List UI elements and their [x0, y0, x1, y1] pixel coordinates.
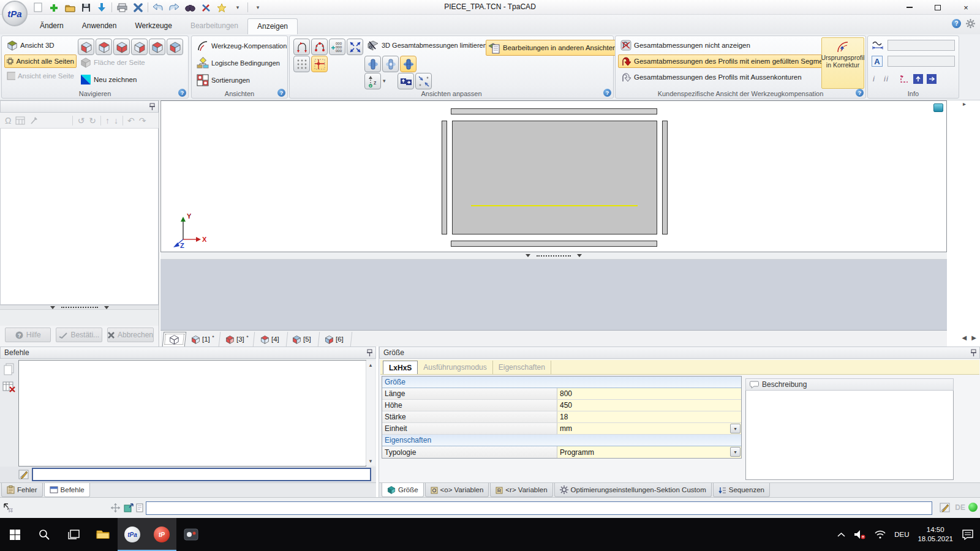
favorites-star-button[interactable]: [216, 1, 228, 13]
scroll-up-icon[interactable]: ▴: [369, 362, 372, 368]
bearbeitungen-andere-ansichten-button[interactable]: Bearbeitungen in anderen Ansichten: [486, 40, 619, 56]
befehle-list[interactable]: [18, 360, 366, 467]
arrow-up-box-icon[interactable]: [913, 74, 923, 84]
corner-measure-icon[interactable]: [900, 74, 910, 83]
tpacad-taskbar-button[interactable]: tPa: [118, 518, 147, 551]
section-yz-button[interactable]: [400, 56, 417, 72]
section-xz-button[interactable]: [382, 56, 399, 72]
ansicht-alle-seiten-button[interactable]: Ansicht alle Seiten: [4, 54, 77, 68]
table-grid-icon[interactable]: [15, 116, 25, 125]
einheit-value[interactable]: mm: [557, 423, 741, 434]
search-binoculars-button[interactable]: [184, 1, 196, 13]
grid-points-button[interactable]: [293, 56, 310, 72]
media-app-taskbar-button[interactable]: [176, 518, 206, 551]
new-file-button[interactable]: [32, 1, 44, 13]
left-panel-splitter[interactable]: [0, 305, 159, 310]
neu-zeichnen-button[interactable]: Neu zeichnen: [78, 73, 139, 86]
drawing-canvas[interactable]: Y X Z: [160, 100, 947, 252]
einheit-dropdown[interactable]: ▾: [730, 424, 741, 433]
tab-eigenschaften[interactable]: Eigenschaften: [493, 361, 551, 374]
beschreibung-body[interactable]: [745, 391, 954, 480]
ribbon-expander-icon[interactable]: ▸: [963, 100, 966, 107]
section-xy-button[interactable]: [364, 56, 381, 72]
tab-anwenden[interactable]: Anwenden: [73, 18, 126, 34]
tab-anzeigen[interactable]: Anzeigen: [247, 18, 298, 34]
tab-r-variablen[interactable]: <r> Variablen: [490, 483, 552, 497]
pin-icon[interactable]: [149, 103, 155, 111]
sortierungen-button[interactable]: Sortierungen: [194, 73, 252, 88]
fit-view-button[interactable]: [347, 39, 363, 55]
canvas-splitter[interactable]: [160, 252, 947, 260]
edit-pencil-icon[interactable]: [940, 503, 951, 513]
laenge-value[interactable]: 800: [557, 388, 741, 399]
face-view-6-button[interactable]: [167, 39, 183, 55]
delete-table-icon[interactable]: [2, 381, 16, 393]
help-icon[interactable]: ?: [952, 19, 961, 28]
wifi-icon[interactable]: [875, 530, 886, 539]
z-direction-button[interactable]: z: [364, 73, 381, 89]
page-left-icon[interactable]: ◀: [962, 334, 967, 341]
command-input[interactable]: [32, 468, 371, 481]
werkzeug-kompensation-button[interactable]: Werkzeug-Kompensation: [194, 39, 289, 53]
notification-center-icon[interactable]: [962, 529, 974, 540]
face-view-area[interactable]: [160, 260, 947, 331]
redo-button[interactable]: [168, 1, 180, 13]
keyboard-language[interactable]: DEU: [894, 531, 909, 538]
pin-icon[interactable]: [971, 349, 976, 357]
tool-single-icon[interactable]: i: [873, 74, 875, 83]
tab-optimierung[interactable]: Optimierungseinstellungen-Sektion Custom: [554, 483, 712, 497]
coordinates-button[interactable]: 000000000: [329, 39, 345, 55]
typologie-dropdown[interactable]: ▾: [730, 447, 741, 457]
omega-icon[interactable]: Ω: [5, 116, 11, 126]
settings-gear-icon[interactable]: [966, 19, 975, 28]
view-tab-6[interactable]: [6]: [318, 332, 352, 347]
tool-axe-icon[interactable]: [29, 116, 39, 125]
group-help-icon[interactable]: ?: [178, 89, 186, 97]
dim-nicht-anzeigen-button[interactable]: Gesamtabmessungen nicht anzeigen: [618, 39, 753, 52]
befehle-scrollbar[interactable]: ▴ ▾: [366, 361, 375, 465]
volume-muted-icon[interactable]: [854, 530, 866, 539]
typologie-value[interactable]: Programm: [557, 446, 741, 458]
measure-info-field[interactable]: [888, 40, 955, 51]
doc-small-icon[interactable]: [136, 503, 143, 512]
view-tab-3[interactable]: [3]*: [219, 332, 255, 347]
canvas-corner-icon[interactable]: [933, 103, 943, 112]
workpiece-left-rail[interactable]: [442, 121, 447, 234]
tab-lxhxs[interactable]: LxHxS: [383, 361, 418, 374]
swap-view-button[interactable]: [398, 73, 414, 89]
scroll-down-icon[interactable]: ▾: [369, 458, 372, 464]
dim-gefuelltes-segment-button[interactable]: Gesamtabmessungen des Profils mit einem …: [618, 54, 831, 68]
tab-aendern[interactable]: Ändern: [31, 18, 73, 34]
group-help-icon[interactable]: ?: [603, 89, 611, 97]
group-help-icon[interactable]: ?: [277, 89, 285, 97]
pages-icon[interactable]: [3, 362, 15, 376]
workpiece-bottom-rail[interactable]: [451, 241, 657, 247]
workpiece-face[interactable]: [452, 121, 657, 234]
profile-arrows-button[interactable]: [293, 39, 310, 55]
maximize-button[interactable]: [924, 0, 952, 15]
dim-aussenkonturen-button[interactable]: Gesamtabmessungen des Profils mit Aussen…: [618, 70, 804, 84]
file-explorer-button[interactable]: [88, 518, 118, 551]
save-button[interactable]: [80, 1, 92, 13]
ansicht-3d-button[interactable]: Ansicht 3D: [4, 39, 77, 52]
taskbar-search-button[interactable]: [29, 518, 59, 551]
snap-cursor-icon[interactable]: [3, 503, 14, 514]
status-input[interactable]: [146, 501, 932, 515]
grid-ruler-button[interactable]: [311, 56, 328, 72]
text-info-field[interactable]: [888, 56, 955, 67]
face-view-4-button[interactable]: [131, 39, 148, 55]
page-right-icon[interactable]: ▶: [971, 334, 976, 341]
add-button[interactable]: [48, 1, 60, 13]
z-direction-dropdown[interactable]: ▾: [383, 78, 386, 84]
view-tab-1[interactable]: [1]*: [185, 332, 221, 347]
converge-button[interactable]: [415, 73, 432, 89]
tab-befehle[interactable]: Befehle: [44, 483, 90, 497]
anchor-plane-icon[interactable]: [124, 503, 134, 513]
tab-ausfuehrungsmodus[interactable]: Ausführungsmodus: [418, 361, 492, 374]
face-view-1-button[interactable]: [78, 39, 94, 55]
ursprungsprofil-button[interactable]: Ursprungsprofil in Korrektur: [821, 37, 864, 89]
task-view-button[interactable]: [59, 518, 88, 551]
import-button[interactable]: [96, 1, 108, 13]
print-button[interactable]: [116, 1, 128, 13]
tools-button[interactable]: [200, 1, 212, 13]
